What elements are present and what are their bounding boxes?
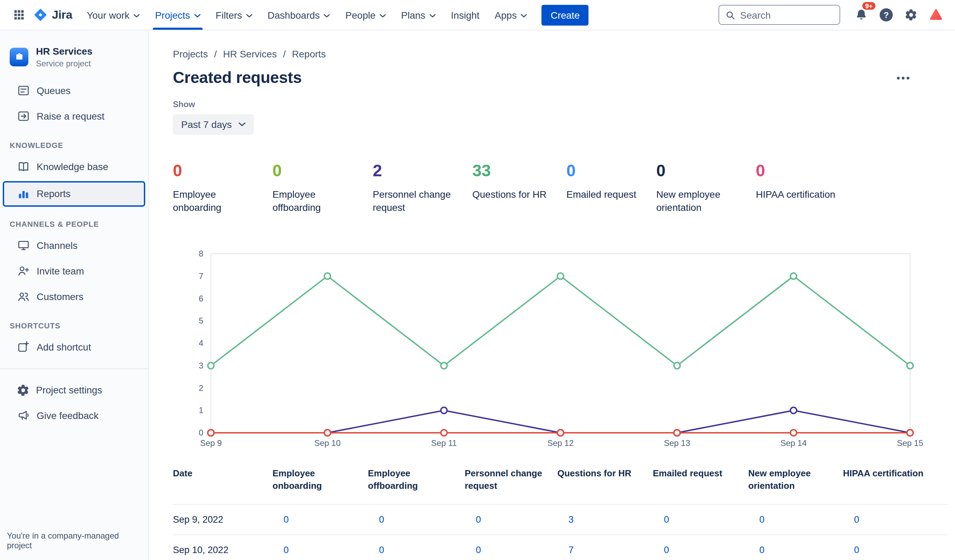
channels-icon xyxy=(17,239,30,252)
chevron-down-icon xyxy=(380,14,386,18)
chart-marker xyxy=(557,430,564,436)
sidebar-item-knowledge-base[interactable]: Knowledge base xyxy=(0,154,148,180)
search-icon xyxy=(726,10,734,20)
chevron-down-icon xyxy=(239,122,246,127)
y-axis-tick-label: 2 xyxy=(199,383,203,393)
y-axis-tick-label: 8 xyxy=(199,249,203,258)
help-button[interactable]: ? xyxy=(875,4,897,26)
stat-value: 0 xyxy=(656,161,756,180)
chart-marker xyxy=(441,408,447,414)
nav-item-apps[interactable]: Apps xyxy=(487,0,535,30)
table-value-link[interactable]: 0 xyxy=(465,545,481,555)
nav-item-label: Plans xyxy=(401,9,425,20)
table-value-link[interactable]: 0 xyxy=(843,515,859,525)
table-value-link[interactable]: 0 xyxy=(272,545,289,555)
nav-item-projects[interactable]: Projects xyxy=(147,0,208,30)
sidebar-item-project-settings[interactable]: Project settings xyxy=(0,377,148,403)
top-navigation-bar: Jira Your work Projects Filters Dashboar… xyxy=(0,0,955,30)
settings-button[interactable] xyxy=(900,4,922,26)
briefcase-icon xyxy=(14,52,24,62)
table-value-link[interactable]: 3 xyxy=(557,515,574,525)
table-value-link[interactable]: 0 xyxy=(368,545,384,555)
sidebar-item-add-shortcut[interactable]: Add shortcut xyxy=(0,334,148,360)
main-content: Projects / HR Services / Reports Created… xyxy=(149,30,955,560)
table-value-cell: 7 xyxy=(557,545,653,555)
show-label: Show xyxy=(173,100,955,109)
stat-label: Employee onboarding xyxy=(173,188,253,215)
sidebar-item-label: Invite team xyxy=(37,266,84,277)
sidebar-item-label: Queues xyxy=(37,85,70,96)
search-input[interactable] xyxy=(740,9,833,20)
stat-value: 33 xyxy=(472,161,566,180)
add-shortcut-icon xyxy=(17,340,30,354)
table-value-link[interactable]: 0 xyxy=(272,515,289,525)
raise-request-icon xyxy=(17,109,30,123)
table-header-cell: Personnel change request xyxy=(465,468,557,492)
nav-item-your-work[interactable]: Your work xyxy=(79,0,148,30)
table-date-cell: Sep 10, 2022 xyxy=(173,545,272,555)
sidebar-item-give-feedback[interactable]: Give feedback xyxy=(0,403,148,428)
sidebar-selected-indicator: Reports xyxy=(3,181,145,206)
chart-plot-border xyxy=(211,254,910,433)
jira-logo[interactable]: Jira xyxy=(30,0,79,30)
sidebar-item-invite-team[interactable]: Invite team xyxy=(0,258,148,284)
nav-item-plans[interactable]: Plans xyxy=(393,0,443,30)
table-header-cell: Employee offboarding xyxy=(368,468,465,492)
create-button[interactable]: Create xyxy=(542,5,589,25)
table-value-link[interactable]: 0 xyxy=(653,515,669,525)
table-value-cell: 3 xyxy=(557,515,653,525)
table-value-cell: 0 xyxy=(653,515,748,525)
stat-block: 0Employee offboarding xyxy=(272,161,373,215)
customers-icon xyxy=(17,290,30,303)
project-header-text: HR Services Service project xyxy=(36,45,92,68)
gear-icon xyxy=(17,383,30,396)
stat-value: 2 xyxy=(373,161,472,180)
sidebar-item-customers[interactable]: Customers xyxy=(0,284,148,310)
sidebar-item-reports[interactable]: Reports xyxy=(4,182,144,205)
invite-team-icon xyxy=(17,264,30,278)
sidebar-item-queues[interactable]: Queues xyxy=(0,78,148,103)
date-range-value: Past 7 days xyxy=(181,119,232,130)
table-value-link[interactable]: 0 xyxy=(843,545,859,555)
x-axis-tick-label: Sep 15 xyxy=(897,439,923,448)
x-axis-tick-label: Sep 14 xyxy=(780,439,807,448)
table-row: Sep 9, 20220003000 xyxy=(173,505,947,535)
chart-marker xyxy=(791,273,797,279)
nav-item-insight[interactable]: Insight xyxy=(443,0,487,30)
table-body: Sep 9, 20220003000Sep 10, 20220007000 xyxy=(173,505,947,560)
requests-table: DateEmployee onboardingEmployee offboard… xyxy=(173,468,947,560)
sidebar-item-raise-a-request[interactable]: Raise a request xyxy=(0,103,148,129)
table-value-link[interactable]: 7 xyxy=(557,545,574,555)
sidebar-item-label: Knowledge base xyxy=(37,161,108,172)
breadcrumb-hr-services[interactable]: HR Services xyxy=(223,48,277,59)
nav-item-dashboards[interactable]: Dashboards xyxy=(260,0,338,30)
breadcrumb-reports[interactable]: Reports xyxy=(292,48,326,59)
chevron-down-icon xyxy=(429,14,436,18)
more-options-button[interactable] xyxy=(893,69,914,87)
notifications-button[interactable]: 9+ xyxy=(850,4,872,26)
jira-logo-icon xyxy=(33,8,48,22)
nav-item-filters[interactable]: Filters xyxy=(208,0,260,30)
date-range-dropdown[interactable]: Past 7 days xyxy=(173,114,254,135)
breadcrumb-projects[interactable]: Projects xyxy=(173,48,208,59)
table-value-cell: 0 xyxy=(272,515,368,525)
stat-label: Emailed request xyxy=(566,188,647,202)
y-axis-tick-label: 4 xyxy=(199,339,203,348)
jira-app: Jira Your work Projects Filters Dashboar… xyxy=(0,0,955,560)
app-switcher-button[interactable] xyxy=(7,0,30,30)
sidebar-item-channels[interactable]: Channels xyxy=(0,233,148,258)
table-value-link[interactable]: 0 xyxy=(465,515,481,525)
nav-item-people[interactable]: People xyxy=(338,0,393,30)
table-value-link[interactable]: 0 xyxy=(653,545,669,555)
table-value-link[interactable]: 0 xyxy=(748,545,764,555)
table-value-link[interactable]: 0 xyxy=(748,515,764,525)
profile-button[interactable] xyxy=(925,4,947,26)
project-type: Service project xyxy=(36,58,92,68)
table-header-cell: New employee orientation xyxy=(748,468,843,492)
stat-label: Personnel change request xyxy=(373,188,453,215)
nav-item-label: Apps xyxy=(495,9,517,20)
chart-marker xyxy=(324,430,330,436)
chart-marker xyxy=(441,363,447,369)
chart-marker xyxy=(907,430,913,436)
table-value-link[interactable]: 0 xyxy=(368,515,384,525)
